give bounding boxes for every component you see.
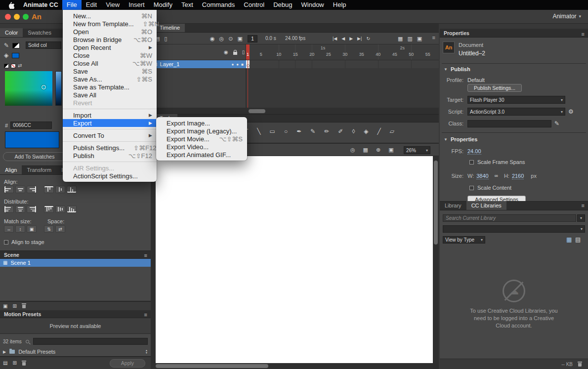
stroke-color-pencil-icon[interactable]: ✎ [4,42,9,48]
export-submenu-item-export-image-legacy[interactable]: Export Image (Legacy)... [156,127,247,135]
class-input[interactable] [467,120,551,127]
distribute-top-button[interactable] [44,205,54,213]
menubar-item-view[interactable]: View [101,0,124,10]
zoom-window-button[interactable] [23,14,29,20]
menubar-item-commands[interactable]: Commands [198,0,239,10]
add-to-swatches-button[interactable]: Add To Swatches [3,152,66,161]
align-center-vertical-button[interactable] [55,186,65,193]
remove-frame-icon[interactable]: ▥ [407,36,412,41]
app-menu-name[interactable]: Animate CC [19,1,62,8]
scene-list-item[interactable]: ▦ Scene 1 [0,259,151,267]
align-top-button[interactable] [44,186,54,193]
scale-frame-spans-checkbox[interactable] [469,160,474,164]
lock-layers-icon[interactable] [233,52,237,55]
distribute-left-button[interactable] [4,205,14,213]
show-hide-layers-icon[interactable]: ◉ [224,50,228,55]
play-icon[interactable]: ▶ [349,37,353,41]
delete-icon[interactable]: ▯ [164,36,167,41]
tab-cc-libraries[interactable]: CC Libraries [466,201,506,210]
new-folder-icon[interactable]: ⊞ [12,361,16,366]
width-value[interactable]: 3840 [476,173,488,179]
tab-swatches[interactable]: Swatches [23,28,56,37]
color-picker-ring[interactable] [42,85,46,89]
current-frame-field[interactable]: 1 [248,35,257,42]
color-type-dropdown[interactable]: Solid col [26,41,61,49]
export-submenu-item-export-animated-gif[interactable]: Export Animated GIF... [156,151,247,159]
eraser-tool-icon[interactable]: ▱ [390,128,394,134]
onion-skin-outlines-icon[interactable]: ⊙ [228,36,233,41]
properties-section-header[interactable]: ▼ Properties [444,136,477,142]
file-menu-item-convert-to[interactable]: Convert To▶ [63,131,157,139]
link-dimensions-icon[interactable]: ∞ [495,173,498,178]
file-menu-item-close[interactable]: Close⌘W [63,51,157,59]
menubar-item-edit[interactable]: Edit [82,0,101,10]
brightness-slider[interactable] [55,71,62,106]
frame-rate[interactable]: 24.00 fps [285,36,305,41]
apple-menu-icon[interactable] [0,1,19,9]
panel-menu-icon[interactable]: ≡ [582,203,585,208]
add-scene-icon[interactable]: ⊞ [12,304,16,309]
library-filter-dropdown[interactable]: ▾ [443,225,585,233]
export-submenu-item-export-movie[interactable]: Export Movie...⌥⇧⌘S [156,135,247,143]
scroll-stepper-icon[interactable]: ▲▼ [145,349,148,354]
match-width-button[interactable]: ↔ [4,225,14,233]
delete-library-item-icon[interactable] [578,362,582,367]
file-menu-item-close-all[interactable]: Close All⌥⌘W [63,59,157,67]
line-tool-icon[interactable]: ╲ [257,128,260,134]
stroke-color-swatch[interactable] [12,43,20,48]
tab-library[interactable]: Library [440,201,466,210]
menubar-item-window[interactable]: Window [297,0,329,10]
file-menu-item-publish[interactable]: Publish⌥⇧F12 [63,152,157,160]
hex-input[interactable]: 0066CC [10,122,52,129]
file-menu-item-browse-in-bridge[interactable]: Browse in Bridge⌥⌘O [63,36,157,43]
align-center-horizontal-button[interactable] [15,186,25,193]
align-to-stage-checkbox[interactable] [4,240,8,245]
close-window-button[interactable] [5,14,11,20]
file-menu-item-open[interactable]: Open⌘O [63,28,157,36]
tab-timeline[interactable]: Timeline [155,23,185,32]
menubar-item-modify[interactable]: Modify [149,0,177,10]
registration-grid-icon[interactable]: ⊕ [376,147,380,153]
paint-bucket-tool-icon[interactable]: ◈ [364,128,368,134]
file-menu-item-publish-settings[interactable]: Publish Settings...⇧⌘F12 [63,144,157,152]
color-gradient-picker[interactable] [5,71,52,106]
outline-layers-icon[interactable]: ▯ [242,50,245,55]
pen-tool-icon[interactable]: ✒ [296,128,301,134]
expander-arrow-icon[interactable]: ▶ [3,350,6,354]
file-menu-item-export[interactable]: Export▶ [63,119,157,127]
space-vertical-button[interactable]: ⇅ [44,225,54,233]
timeline-ruler[interactable]: 15101520253035404550551s2s [246,44,439,60]
export-submenu-item-export-video[interactable]: Export Video... [156,143,247,151]
fps-value[interactable]: 24.00 [467,148,481,155]
distribute-middle-button[interactable] [55,205,65,213]
menubar-item-debug[interactable]: Debug [269,0,296,10]
zoom-dropdown[interactable]: 26% ▾ [404,146,430,154]
space-horizontal-button[interactable]: ⇄ [55,225,65,233]
default-colors-button[interactable] [4,64,9,68]
file-menu-item-import[interactable]: Import▶ [63,111,157,119]
apply-preset-button[interactable]: Apply [110,359,145,368]
export-submenu-item-export-image[interactable]: Export Image... [156,119,247,127]
target-dropdown[interactable]: Flash Player 30 ▾ [467,96,565,104]
publish-section-header[interactable]: ▼ Publish [444,66,470,72]
height-value[interactable]: 2160 [512,173,524,179]
file-menu-item-open-recent[interactable]: Open Recent▶ [63,43,157,51]
script-dropdown[interactable]: ActionScript 3.0 ▾ [467,108,565,116]
minimize-window-button[interactable] [14,14,20,20]
layer-lock-dot[interactable]: ● [236,62,239,67]
edit-class-pencil-icon[interactable]: ✎ [554,121,559,126]
no-color-button[interactable] [11,64,16,68]
edit-multiple-frames-icon[interactable]: ▣ [237,36,242,41]
tab-transform[interactable]: Transform [22,165,56,174]
menubar-item-control[interactable]: Control [239,0,269,10]
workspace-switcher[interactable]: Animator ▾ [552,13,581,20]
document-name[interactable]: Untitled–2 [459,50,485,57]
clip-content-icon[interactable]: ▣ [388,147,393,153]
duplicate-scene-icon[interactable]: ▣ [3,304,7,309]
match-height-button[interactable]: ↕ [15,225,25,233]
match-width-height-button[interactable]: ▣ [27,225,37,233]
menubar-item-insert[interactable]: Insert [124,0,149,10]
swap-colors-button[interactable]: ⇄ [18,63,22,68]
list-view-icon[interactable]: ▤ [575,237,581,243]
paint-brush-tool-icon[interactable]: ✐ [338,128,343,134]
